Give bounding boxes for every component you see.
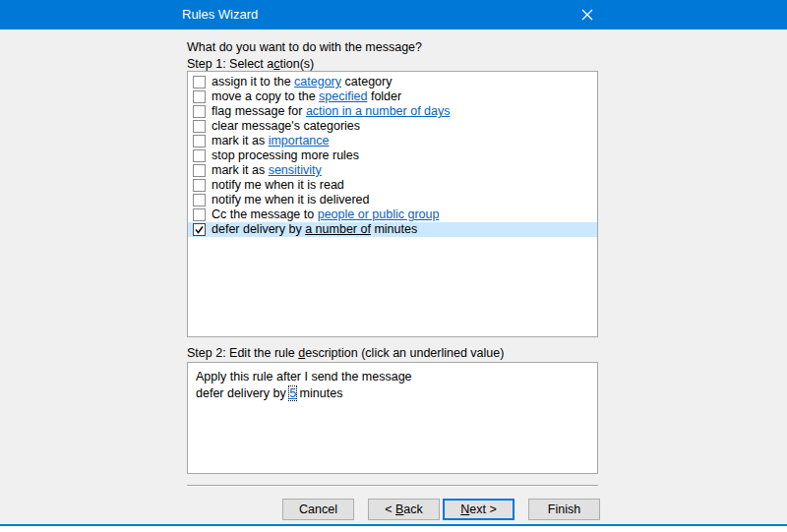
checkbox-unchecked[interactable] [193, 135, 206, 148]
text-segment: clear message's categories [212, 119, 360, 133]
description-line: Apply this rule after I send the message [196, 369, 589, 385]
text-segment: move a copy to the [212, 89, 319, 103]
finish-button[interactable]: Finish [528, 499, 600, 520]
checkbox-unchecked[interactable] [193, 90, 206, 103]
checkbox-unchecked[interactable] [193, 120, 206, 133]
close-button[interactable] [570, 0, 605, 30]
description-line: defer delivery by 5 minutes [196, 385, 589, 402]
inline-link[interactable]: action in a number of days [306, 104, 451, 118]
window-title: Rules Wizard [182, 0, 258, 30]
action-item[interactable]: stop processing more rules [188, 148, 597, 163]
inline-link[interactable]: sensitivity [269, 163, 322, 177]
inline-link[interactable]: specified [319, 89, 367, 103]
checkbox-unchecked[interactable] [193, 208, 206, 221]
inline-link[interactable]: people or public group [318, 207, 440, 221]
action-listbox[interactable]: assign it to the category categorymove a… [187, 71, 598, 337]
text-segment: minutes [296, 386, 342, 400]
text-segment: defer delivery by [212, 222, 305, 236]
checkbox-unchecked[interactable] [193, 149, 206, 162]
text-segment: Cc the message to [212, 207, 318, 221]
checkbox-checked[interactable] [193, 223, 206, 236]
action-item[interactable]: clear message's categories [188, 119, 597, 134]
back-button[interactable]: < Back [368, 499, 440, 520]
text-segment: flag message for [212, 104, 306, 118]
rule-description-box[interactable]: Apply this rule after I send the message… [187, 362, 598, 474]
page-title: What do you want to do with the message? [187, 40, 422, 54]
check-icon [194, 224, 205, 235]
action-item[interactable]: defer delivery by a number of minutes [188, 222, 597, 237]
checkbox-unchecked[interactable] [193, 105, 206, 118]
step2-label: Step 2: Edit the rule description (click… [187, 346, 504, 360]
action-item[interactable]: mark it as sensitivity [188, 163, 597, 178]
text-segment: stop processing more rules [212, 148, 359, 162]
action-item[interactable]: flag message for action in a number of d… [188, 104, 597, 119]
separator [187, 485, 598, 487]
text-segment: minutes [371, 222, 417, 236]
text-segment: assign it to the [212, 75, 294, 89]
checkbox-unchecked[interactable] [193, 164, 206, 177]
text-segment: Apply this rule after I send the message [196, 370, 412, 384]
inline-link[interactable]: importance [269, 134, 330, 148]
checkbox-unchecked[interactable] [193, 76, 206, 89]
inline-link[interactable]: a number of [305, 222, 371, 236]
action-item[interactable]: assign it to the category category [188, 75, 597, 89]
checkbox-unchecked[interactable] [193, 179, 206, 192]
text-segment: notify me when it is delivered [212, 193, 370, 207]
text-segment: mark it as [212, 163, 269, 177]
action-item[interactable]: move a copy to the specified folder [188, 89, 597, 104]
text-segment: notify me when it is read [212, 178, 344, 192]
next-button[interactable]: Next > [443, 499, 515, 520]
checkbox-unchecked[interactable] [193, 194, 206, 207]
action-item[interactable]: notify me when it is delivered [188, 193, 597, 207]
inline-link[interactable]: category [294, 75, 341, 89]
text-segment: mark it as [212, 134, 269, 148]
titlebar: Rules Wizard [0, 0, 787, 30]
text-segment: folder [367, 89, 401, 103]
text-segment: defer delivery by [196, 386, 289, 400]
action-item[interactable]: notify me when it is read [188, 178, 597, 193]
cancel-button[interactable]: Cancel [282, 499, 354, 520]
action-item[interactable]: Cc the message to people or public group [188, 207, 597, 222]
action-item[interactable]: mark it as importance [188, 134, 597, 148]
bottom-strip [0, 526, 787, 532]
step1-label: Step 1: Select action(s) [187, 57, 314, 71]
text-segment: category [341, 75, 392, 89]
close-icon [581, 9, 593, 21]
